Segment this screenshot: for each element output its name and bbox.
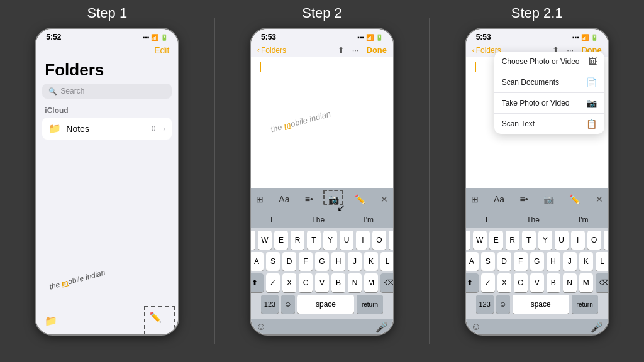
kb-format-icon-3[interactable]: Aa — [494, 194, 504, 204]
key-e-3[interactable]: E — [489, 231, 503, 250]
key-b[interactable]: B — [331, 273, 345, 292]
key-space-3[interactable]: space — [513, 295, 569, 314]
key-y[interactable]: Y — [323, 231, 337, 250]
key-s-3[interactable]: S — [481, 252, 495, 271]
key-space[interactable]: space — [297, 295, 354, 314]
key-u-3[interactable]: U — [555, 231, 569, 250]
key-c[interactable]: C — [299, 273, 313, 292]
pred-item-1[interactable]: I — [270, 216, 272, 224]
key-r-3[interactable]: R — [506, 231, 519, 250]
key-l-3[interactable]: L — [596, 252, 609, 271]
key-x[interactable]: X — [282, 273, 296, 292]
notes-row[interactable]: 📁 Notes 0 › — [42, 118, 172, 140]
key-u[interactable]: U — [340, 231, 353, 250]
key-z-3[interactable]: Z — [481, 273, 495, 292]
key-t[interactable]: T — [307, 231, 321, 250]
key-q[interactable]: Q — [250, 231, 255, 250]
key-d[interactable]: D — [282, 252, 296, 271]
key-j[interactable]: J — [348, 252, 362, 271]
key-m[interactable]: M — [364, 273, 378, 292]
key-p[interactable]: P — [389, 231, 394, 250]
kb-bullets-icon[interactable]: ≡• — [305, 194, 313, 204]
key-z[interactable]: Z — [266, 273, 280, 292]
key-o-3[interactable]: O — [587, 231, 601, 250]
kb-pencil-icon[interactable]: ✏️ — [355, 194, 365, 204]
done-button-2[interactable]: Done — [367, 45, 387, 55]
search-bar[interactable]: 🔍 Search — [42, 84, 172, 99]
compose-area[interactable]: ✏️ ↙ — [149, 311, 169, 331]
menu-item-scan-text[interactable]: Scan Text 📋 — [494, 114, 604, 134]
key-y-3[interactable]: Y — [538, 231, 552, 250]
kb-close-icon[interactable]: ✕ — [380, 194, 388, 204]
key-o[interactable]: O — [372, 231, 386, 250]
key-return[interactable]: return — [357, 295, 383, 314]
pred-item-3[interactable]: I'm — [364, 216, 374, 224]
compose-button[interactable]: ✏️ — [149, 312, 162, 322]
share-icon-2[interactable]: ⬆ — [338, 45, 345, 55]
key-k[interactable]: K — [364, 252, 378, 271]
kb-format-icon[interactable]: Aa — [279, 194, 289, 204]
mic-icon-2[interactable]: 🎤 — [375, 321, 388, 333]
key-g-3[interactable]: G — [530, 252, 544, 271]
kb-bullets-icon-3[interactable]: ≡• — [520, 194, 528, 204]
pred-item-2[interactable]: The — [312, 216, 325, 224]
key-j-3[interactable]: J — [563, 252, 577, 271]
key-123[interactable]: 123 — [261, 295, 279, 314]
kb-pencil-icon-3[interactable]: ✏️ — [569, 194, 580, 204]
key-f-3[interactable]: F — [514, 252, 528, 271]
key-a[interactable]: A — [250, 252, 264, 271]
key-w[interactable]: W — [258, 231, 272, 250]
menu-item-photo[interactable]: Choose Photo or Video 🖼 — [494, 52, 604, 72]
pred-item-3-2[interactable]: The — [526, 216, 540, 224]
key-emoji[interactable]: ☺ — [281, 295, 295, 314]
menu-item-scan-doc[interactable]: Scan Documents 📄 — [494, 72, 604, 93]
key-p-3[interactable]: P — [604, 231, 609, 250]
kb-close-icon-3[interactable]: ✕ — [596, 194, 603, 204]
emoji-icon-3[interactable]: ☺ — [471, 321, 481, 333]
key-w-3[interactable]: W — [473, 231, 487, 250]
more-icon-2[interactable]: ··· — [352, 45, 359, 55]
key-123-3[interactable]: 123 — [476, 295, 494, 314]
key-c-3[interactable]: C — [514, 273, 528, 292]
key-l[interactable]: L — [380, 252, 394, 271]
key-v-3[interactable]: V — [530, 273, 544, 292]
key-v[interactable]: V — [315, 273, 329, 292]
key-shift-3[interactable]: ⬆ — [465, 273, 479, 292]
key-delete-3[interactable]: ⌫ — [596, 273, 609, 292]
key-r[interactable]: R — [291, 231, 304, 250]
note-content-2[interactable]: the mobile indian — [251, 57, 393, 133]
key-f[interactable]: F — [299, 252, 313, 271]
emoji-icon-2[interactable]: ☺ — [256, 321, 266, 333]
key-shift[interactable]: ⬆ — [250, 273, 264, 292]
key-e[interactable]: E — [274, 231, 288, 250]
key-emoji-3[interactable]: ☺ — [496, 295, 510, 314]
edit-button[interactable]: Edit — [154, 45, 169, 55]
key-n[interactable]: N — [348, 273, 362, 292]
back-button-2[interactable]: ‹ Folders — [257, 46, 286, 55]
key-x-3[interactable]: X — [497, 273, 511, 292]
kb-table-icon-3[interactable]: ⊞ — [471, 194, 479, 204]
pred-item-3-1[interactable]: I — [486, 216, 487, 224]
key-n-3[interactable]: N — [563, 273, 577, 292]
key-h[interactable]: H — [331, 252, 345, 271]
kb-table-icon[interactable]: ⊞ — [256, 194, 264, 204]
key-i-3[interactable]: I — [571, 231, 585, 250]
key-b-3[interactable]: B — [547, 273, 560, 292]
key-t-3[interactable]: T — [522, 231, 536, 250]
key-delete[interactable]: ⌫ — [380, 273, 394, 292]
mic-icon-3[interactable]: 🎤 — [591, 321, 603, 333]
key-g[interactable]: G — [315, 252, 329, 271]
folder-button[interactable]: 📁 — [45, 315, 57, 327]
key-i[interactable]: I — [356, 231, 370, 250]
kb-camera-area[interactable]: 📷 ↙ — [328, 194, 339, 205]
pred-item-3-3[interactable]: I'm — [579, 216, 589, 224]
key-k-3[interactable]: K — [579, 252, 593, 271]
key-m-3[interactable]: M — [579, 273, 593, 292]
key-h-3[interactable]: H — [547, 252, 560, 271]
menu-item-take-photo[interactable]: Take Photo or Video 📷 — [494, 93, 604, 114]
key-a-3[interactable]: A — [465, 252, 479, 271]
key-d-3[interactable]: D — [497, 252, 511, 271]
key-return-3[interactable]: return — [572, 295, 598, 314]
key-s[interactable]: S — [266, 252, 280, 271]
key-q-3[interactable]: Q — [465, 231, 470, 250]
